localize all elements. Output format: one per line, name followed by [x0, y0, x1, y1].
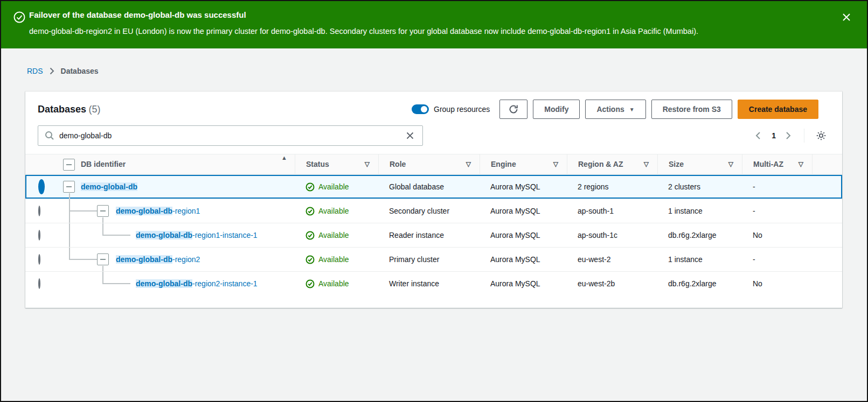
toolbar: Group resources Modify Actions ▼ Restore… — [412, 100, 818, 119]
region-az-header-label: Region & AZ — [578, 160, 623, 168]
chevron-right-icon[interactable] — [784, 131, 793, 140]
filter-icon[interactable]: ▽ — [644, 160, 649, 168]
close-icon[interactable] — [841, 11, 854, 24]
multi-az-cell: No — [742, 279, 812, 288]
tree-connector — [102, 283, 130, 284]
db-identifier-cell: demo-global-db-region2 — [60, 248, 295, 271]
region-az-cell: eu-west-2 — [567, 255, 657, 264]
tree-connector — [69, 248, 70, 260]
collapse-all-icon[interactable] — [63, 159, 75, 171]
gear-icon[interactable] — [815, 130, 827, 142]
size-cell: 1 instance — [657, 207, 742, 215]
status-available-icon — [305, 182, 315, 192]
actions-button[interactable]: Actions ▼ — [585, 100, 645, 119]
divider — [804, 129, 804, 143]
region-az-header[interactable]: Region & AZ ▽ — [567, 154, 657, 174]
row-radio[interactable] — [38, 179, 45, 194]
chevron-right-icon — [50, 67, 54, 75]
toggle-knob — [421, 106, 427, 112]
tree-connector — [102, 266, 103, 271]
collapse-row-icon[interactable] — [97, 253, 109, 265]
identifier-suffix: -region2-instance-1 — [192, 279, 258, 288]
banner-title: Failover of the database demo-global-db … — [29, 10, 835, 20]
role-cell: Secondary cluster — [378, 207, 480, 215]
group-resources-control: Group resources — [412, 104, 490, 114]
modify-button[interactable]: Modify — [533, 100, 580, 119]
db-identifier-link[interactable]: demo-global-db-region1-instance-1 — [136, 231, 258, 239]
table-row[interactable]: demo-global-db-region2-instance-1 Availa… — [25, 271, 842, 295]
modify-label: Modify — [544, 105, 568, 114]
multi-az-cell: - — [742, 207, 812, 215]
row-radio[interactable] — [38, 230, 40, 241]
search-match: demo-global-db — [136, 279, 192, 288]
actions-label: Actions — [596, 105, 624, 114]
status-available-icon — [305, 207, 315, 216]
db-identifier-link[interactable]: demo-global-db — [81, 182, 137, 191]
page-number[interactable]: 1 — [772, 131, 776, 140]
tree-connector — [70, 259, 97, 260]
panel-count: (5) — [89, 104, 101, 115]
status-cell: Available — [295, 255, 378, 264]
collapse-row-icon[interactable] — [63, 181, 75, 193]
banner-text: Failover of the database demo-global-db … — [29, 10, 835, 37]
breadcrumb-rds-link[interactable]: RDS — [27, 67, 43, 75]
filter-icon[interactable]: ▽ — [553, 160, 558, 168]
engine-header[interactable]: Engine ▽ — [480, 154, 567, 174]
status-cell: Available — [295, 231, 378, 240]
row-radio[interactable] — [38, 254, 40, 265]
table-row[interactable]: demo-global-db-region2 Available Primary… — [25, 247, 842, 271]
search-input[interactable] — [59, 131, 400, 140]
multi-az-cell: - — [742, 182, 812, 191]
filter-icon[interactable]: ▽ — [728, 160, 733, 168]
collapse-row-icon[interactable] — [97, 205, 109, 217]
multi-az-cell: - — [742, 255, 812, 264]
group-resources-toggle[interactable] — [412, 104, 429, 114]
status-header-label: Status — [306, 160, 329, 168]
multi-az-header[interactable]: Multi-AZ ▽ — [742, 154, 812, 174]
engine-cell: Aurora MySQL — [480, 231, 567, 239]
success-banner: Failover of the database demo-global-db … — [1, 1, 867, 48]
clear-icon[interactable] — [405, 130, 416, 141]
create-database-label: Create database — [749, 105, 807, 114]
db-identifier-link[interactable]: demo-global-db-region2 — [116, 255, 200, 264]
status-available-icon — [305, 255, 315, 264]
search-box — [38, 125, 423, 146]
filter-icon[interactable]: ▽ — [466, 160, 471, 168]
size-cell: db.r6g.2xlarge — [657, 279, 742, 288]
restore-from-s3-button[interactable]: Restore from S3 — [651, 100, 732, 119]
table-row[interactable]: demo-global-db-region1-instance-1 Availa… — [25, 223, 842, 247]
filter-icon[interactable]: ▽ — [365, 160, 370, 168]
rds-console-screen: Failover of the database demo-global-db … — [0, 0, 868, 402]
role-header-label: Role — [390, 160, 406, 168]
create-database-button[interactable]: Create database — [738, 100, 818, 119]
status-available-icon — [305, 279, 315, 288]
db-identifier-header[interactable]: DB identifier ▲ — [60, 154, 295, 174]
breadcrumb: RDS Databases — [27, 67, 99, 75]
status-text: Available — [318, 207, 349, 215]
db-identifier-link[interactable]: demo-global-db-region1 — [116, 207, 200, 215]
row-radio[interactable] — [38, 278, 40, 289]
refresh-button[interactable] — [499, 100, 527, 119]
role-cell: Writer instance — [378, 279, 480, 288]
databases-table: DB identifier ▲ Status ▽ Role ▽ Engine ▽… — [25, 154, 842, 295]
table-row[interactable]: demo-global-db Available Global database… — [25, 174, 842, 199]
chevron-left-icon[interactable] — [754, 131, 763, 140]
banner-message: demo-global-db-region2 in EU (London) is… — [29, 26, 835, 37]
region-az-cell: ap-south-1c — [567, 231, 657, 239]
size-header[interactable]: Size ▽ — [657, 154, 742, 174]
multi-az-header-label: Multi-AZ — [753, 160, 783, 168]
size-header-label: Size — [669, 160, 684, 168]
identifier-suffix: -region2 — [172, 255, 200, 264]
row-radio[interactable] — [38, 206, 40, 216]
filter-icon[interactable]: ▽ — [798, 160, 803, 168]
status-available-icon — [305, 231, 315, 240]
status-header[interactable]: Status ▽ — [295, 154, 378, 174]
engine-cell: Aurora MySQL — [480, 279, 567, 288]
db-identifier-cell: demo-global-db-region1 — [60, 199, 295, 223]
engine-cell: Aurora MySQL — [480, 255, 567, 264]
role-header[interactable]: Role ▽ — [378, 154, 480, 174]
size-cell: db.r6g.2xlarge — [657, 231, 742, 239]
db-identifier-link[interactable]: demo-global-db-region2-instance-1 — [136, 279, 258, 288]
table-row[interactable]: demo-global-db-region1 Available Seconda… — [25, 199, 842, 223]
sort-ascending-icon[interactable]: ▲ — [281, 154, 287, 161]
